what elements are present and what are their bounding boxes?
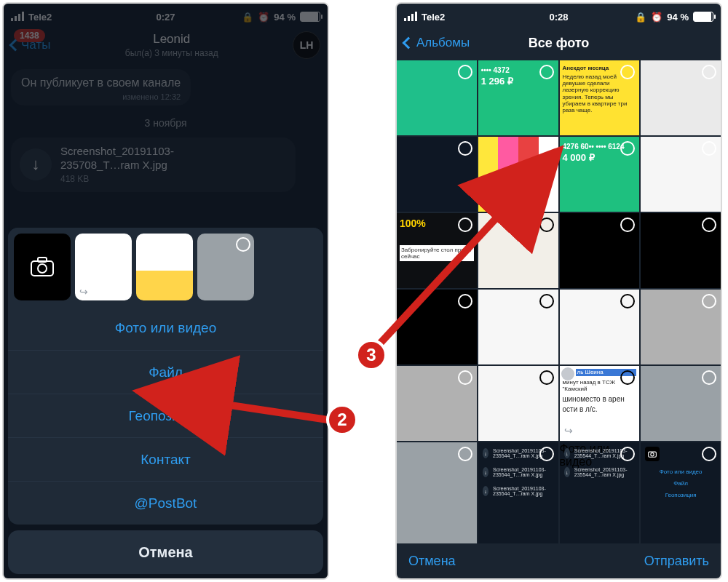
message-text: Он публикует в своем канале <box>21 76 181 89</box>
unread-badge: 1438 <box>14 29 45 42</box>
cancel-button[interactable]: Отмена <box>408 554 456 569</box>
incoming-message[interactable]: Он публикует в своем канале изменено 12:… <box>11 69 191 105</box>
select-circle-icon[interactable] <box>458 370 472 385</box>
select-circle-icon[interactable] <box>458 294 472 308</box>
select-circle-icon[interactable] <box>702 218 716 232</box>
media-thumb[interactable] <box>136 234 193 300</box>
select-circle-icon[interactable] <box>539 65 554 79</box>
select-circle-icon[interactable] <box>539 447 554 461</box>
chat-title[interactable]: Leonid был(а) 3 минуты назад <box>125 32 218 58</box>
media-thumb[interactable]: ↪ <box>75 234 132 300</box>
cancel-button[interactable]: Отмена <box>8 530 323 574</box>
attach-sheet: ↪ Фото или видео Файл Геопозиция Контакт… <box>8 228 323 574</box>
download-icon[interactable]: ↓ <box>20 148 52 180</box>
photo-cell[interactable] <box>397 366 477 441</box>
svg-point-1 <box>38 264 47 273</box>
svg-rect-2 <box>38 258 47 262</box>
photo-grid: •••• 4372 1 296 ₽ Анекдот месяца Неделю … <box>397 60 721 543</box>
photo-cell[interactable]: Фото или видео Файл Геопозиция <box>641 442 721 543</box>
annotation-circle-3: 3 <box>355 339 387 371</box>
send-button[interactable]: Отправить <box>644 554 709 569</box>
option-postbot[interactable]: @PostBot <box>8 481 323 525</box>
media-thumb[interactable] <box>197 234 254 300</box>
photo-cell[interactable]: ↓Screenshot_20191103-235544_T…ram X.jpg … <box>478 442 558 543</box>
select-circle-icon[interactable] <box>539 141 554 156</box>
annotation-num: 2 <box>337 410 347 430</box>
select-circle-icon[interactable] <box>702 294 716 308</box>
select-circle-icon[interactable] <box>539 370 554 385</box>
carrier-label: Tele2 <box>28 12 52 23</box>
select-circle-icon[interactable] <box>236 237 250 252</box>
photo-cell[interactable] <box>560 290 640 364</box>
select-circle-icon[interactable] <box>702 370 716 385</box>
chat-name: Leonid <box>125 32 218 47</box>
last-seen: был(а) 3 минуты назад <box>125 48 218 58</box>
photo-cell[interactable]: ль Шеина минут назад в ТСЖ "Камский шино… <box>560 366 640 441</box>
photo-cell[interactable]: •••• 4372 1 296 ₽ <box>478 60 558 135</box>
photo-cell[interactable] <box>641 290 721 364</box>
photo-cell[interactable]: Анекдот месяца Неделю назад моей девушке… <box>560 60 640 135</box>
file-message[interactable]: ↓ Screenshot_20191103- 235708_T…ram X.jp… <box>11 137 296 192</box>
picker-title: Все фото <box>529 36 590 51</box>
message-meta: изменено 12:32 <box>21 92 181 101</box>
photo-cell[interactable] <box>397 137 477 212</box>
cell-mini-file: Файл <box>644 480 717 487</box>
file-name-line1: Screenshot_20191103- <box>60 145 174 159</box>
select-circle-icon[interactable] <box>702 141 716 156</box>
photo-cell[interactable] <box>560 213 640 288</box>
select-circle-icon[interactable] <box>458 447 472 461</box>
signal-icon <box>11 12 24 21</box>
alarm-icon: ⏰ <box>651 12 662 23</box>
select-circle-icon[interactable] <box>175 237 189 252</box>
day-separator: 3 ноября <box>11 117 320 129</box>
file-name-line2: 235708_T…ram X.jpg <box>60 159 174 172</box>
photo-cell[interactable]: ↓Screenshot_20191103-235544_T…ram X.jpg … <box>560 442 640 543</box>
photo-cell[interactable] <box>641 366 721 441</box>
status-bar: Tele2 0:27 🔒 ⏰ 94 % <box>4 4 328 30</box>
select-circle-icon[interactable] <box>620 294 635 308</box>
select-circle-icon[interactable] <box>620 218 635 232</box>
option-location[interactable]: Геопозиция <box>8 394 323 437</box>
picker-toolbar: Отмена Отправить <box>397 543 721 578</box>
forward-icon: ↪ <box>79 286 88 298</box>
avatar[interactable]: LН <box>293 31 320 59</box>
albums-back-button[interactable]: Альбомы <box>404 36 470 50</box>
cell-file-name: Screenshot_20191103-235544_T…ram X.jpg <box>493 486 553 496</box>
clock-label: 0:28 <box>549 12 568 23</box>
photo-cell[interactable] <box>641 60 721 135</box>
option-photo-video[interactable]: Фото или видео <box>8 306 323 350</box>
cell-sheina-l2: ости в л/с. <box>563 405 637 414</box>
photo-cell[interactable] <box>478 137 558 212</box>
photo-cell[interactable] <box>397 442 477 543</box>
chat-navbar: 1438 Чаты Leonid был(а) 3 минуты назад L… <box>4 30 328 65</box>
photo-cell[interactable] <box>478 366 558 441</box>
select-circle-icon[interactable] <box>114 237 128 252</box>
photo-cell[interactable] <box>641 213 721 288</box>
option-contact[interactable]: Контакт <box>8 437 323 481</box>
select-circle-icon[interactable] <box>702 65 716 79</box>
svg-point-4 <box>651 453 654 456</box>
photo-cell[interactable] <box>641 137 721 212</box>
select-circle-icon[interactable] <box>539 218 554 232</box>
back-button[interactable]: 1438 Чаты <box>11 38 50 52</box>
photo-cell[interactable]: 4276 60•• •••• 6124 4 000 ₽ <box>560 137 640 212</box>
photo-cell[interactable] <box>397 60 477 135</box>
option-file[interactable]: Файл <box>8 350 323 394</box>
chevron-left-icon <box>403 37 415 49</box>
select-circle-icon[interactable] <box>702 447 716 461</box>
lock-icon: 🔒 <box>635 12 646 23</box>
select-circle-icon[interactable] <box>458 218 472 232</box>
cell-sheina-l1: шиноместо в арен <box>563 395 637 404</box>
photo-cell[interactable]: 100% Забронируйте стол прямо сейчас <box>397 213 477 288</box>
photo-cell[interactable] <box>397 290 477 364</box>
cancel-block: Отмена <box>8 530 323 574</box>
albums-label: Альбомы <box>416 36 470 50</box>
select-circle-icon[interactable] <box>458 141 472 156</box>
photo-cell[interactable] <box>478 213 558 288</box>
select-circle-icon[interactable] <box>539 294 554 308</box>
signal-icon <box>404 12 417 21</box>
photo-cell[interactable] <box>478 290 558 364</box>
camera-tile[interactable] <box>14 234 71 300</box>
select-circle-icon[interactable] <box>458 65 472 79</box>
forward-icon: ↪ <box>564 425 573 436</box>
